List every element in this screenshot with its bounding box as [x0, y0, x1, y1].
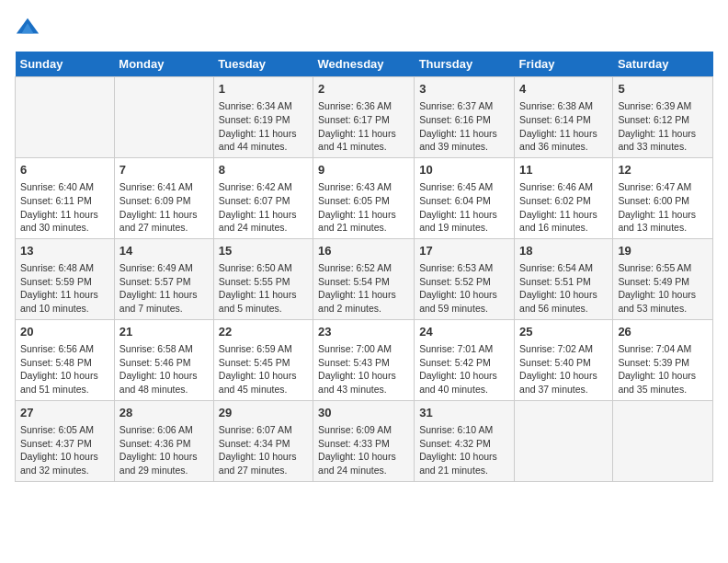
cell-info: Sunrise: 6:52 AM	[318, 261, 409, 275]
cell-info: Daylight: 11 hours and 36 minutes.	[519, 127, 608, 154]
cell-info: Sunrise: 6:47 AM	[618, 180, 708, 194]
cell-info: Sunset: 6:11 PM	[20, 194, 109, 208]
col-header-monday: Monday	[114, 52, 213, 77]
cell-info: Sunset: 5:43 PM	[318, 356, 409, 370]
day-number: 7	[119, 162, 209, 178]
cell-info: Sunrise: 6:49 AM	[119, 261, 209, 275]
cell-info: Sunrise: 6:59 AM	[219, 342, 308, 356]
cell-info: Sunset: 5:45 PM	[219, 356, 308, 370]
cell-info: Sunset: 5:46 PM	[119, 356, 209, 370]
cell-info: Daylight: 10 hours and 53 minutes.	[618, 288, 708, 315]
calendar-cell: 4Sunrise: 6:38 AMSunset: 6:14 PMDaylight…	[515, 77, 613, 158]
calendar-cell: 12Sunrise: 6:47 AMSunset: 6:00 PMDayligh…	[613, 157, 713, 238]
day-number: 19	[618, 243, 708, 259]
cell-info: Sunset: 6:02 PM	[519, 194, 608, 208]
calendar-cell: 3Sunrise: 6:37 AMSunset: 6:16 PMDaylight…	[415, 77, 515, 158]
cell-info: Sunset: 6:07 PM	[219, 194, 308, 208]
calendar-cell: 24Sunrise: 7:01 AMSunset: 5:42 PMDayligh…	[415, 319, 515, 400]
cell-info: Sunset: 5:57 PM	[119, 275, 209, 289]
calendar-table: SundayMondayTuesdayWednesdayThursdayFrid…	[15, 52, 713, 482]
week-row-2: 6Sunrise: 6:40 AMSunset: 6:11 PMDaylight…	[16, 157, 713, 238]
day-number: 8	[219, 162, 308, 178]
calendar-cell: 23Sunrise: 7:00 AMSunset: 5:43 PMDayligh…	[313, 319, 415, 400]
cell-info: Sunset: 4:34 PM	[219, 437, 308, 451]
cell-info: Sunrise: 6:53 AM	[419, 261, 509, 275]
calendar-cell	[613, 400, 713, 481]
cell-info: Sunset: 6:04 PM	[419, 194, 509, 208]
day-number: 3	[419, 81, 509, 98]
calendar-cell: 18Sunrise: 6:54 AMSunset: 5:51 PMDayligh…	[515, 238, 613, 319]
cell-info: Sunrise: 6:54 AM	[519, 261, 608, 275]
week-row-3: 13Sunrise: 6:48 AMSunset: 5:59 PMDayligh…	[16, 238, 713, 319]
header-row: SundayMondayTuesdayWednesdayThursdayFrid…	[16, 52, 713, 77]
cell-info: Sunrise: 6:43 AM	[318, 180, 409, 194]
cell-info: Sunset: 6:19 PM	[219, 113, 308, 127]
cell-info: Sunrise: 6:06 AM	[119, 423, 209, 437]
cell-info: Sunrise: 6:05 AM	[20, 423, 109, 437]
cell-info: Daylight: 10 hours and 29 minutes.	[119, 450, 209, 477]
cell-info: Sunset: 5:40 PM	[519, 356, 608, 370]
cell-info: Daylight: 11 hours and 10 minutes.	[20, 288, 109, 315]
calendar-cell: 15Sunrise: 6:50 AMSunset: 5:55 PMDayligh…	[213, 238, 313, 319]
cell-info: Daylight: 11 hours and 44 minutes.	[219, 127, 308, 154]
cell-info: Sunset: 5:59 PM	[20, 275, 109, 289]
cell-info: Sunrise: 7:02 AM	[519, 342, 608, 356]
cell-info: Daylight: 11 hours and 5 minutes.	[219, 288, 308, 315]
cell-info: Sunset: 5:52 PM	[419, 275, 509, 289]
cell-info: Daylight: 10 hours and 37 minutes.	[519, 369, 608, 396]
cell-info: Sunset: 4:33 PM	[318, 437, 409, 451]
col-header-wednesday: Wednesday	[313, 52, 415, 77]
day-number: 13	[20, 243, 109, 259]
day-number: 6	[20, 162, 109, 178]
day-number: 14	[119, 243, 209, 259]
calendar-cell	[515, 400, 613, 481]
week-row-4: 20Sunrise: 6:56 AMSunset: 5:48 PMDayligh…	[16, 319, 713, 400]
day-number: 26	[618, 324, 708, 340]
cell-info: Daylight: 10 hours and 27 minutes.	[219, 450, 308, 477]
day-number: 25	[519, 324, 608, 340]
calendar-cell: 10Sunrise: 6:45 AMSunset: 6:04 PMDayligh…	[415, 157, 515, 238]
day-number: 1	[219, 81, 308, 98]
cell-info: Sunset: 6:14 PM	[519, 113, 608, 127]
calendar-cell: 25Sunrise: 7:02 AMSunset: 5:40 PMDayligh…	[515, 319, 613, 400]
cell-info: Sunrise: 6:50 AM	[219, 261, 308, 275]
cell-info: Daylight: 11 hours and 24 minutes.	[219, 208, 308, 235]
day-number: 18	[519, 243, 608, 259]
cell-info: Daylight: 11 hours and 39 minutes.	[419, 127, 509, 154]
calendar-cell: 5Sunrise: 6:39 AMSunset: 6:12 PMDaylight…	[613, 77, 713, 158]
day-number: 16	[318, 243, 409, 259]
col-header-friday: Friday	[515, 52, 613, 77]
day-number: 22	[219, 324, 308, 340]
cell-info: Daylight: 10 hours and 51 minutes.	[20, 369, 109, 396]
cell-info: Sunrise: 7:04 AM	[618, 342, 708, 356]
day-number: 17	[419, 243, 509, 259]
cell-info: Daylight: 10 hours and 24 minutes.	[318, 450, 409, 477]
cell-info: Sunset: 5:42 PM	[419, 356, 509, 370]
day-number: 15	[219, 243, 308, 259]
cell-info: Sunset: 6:09 PM	[119, 194, 209, 208]
calendar-cell: 17Sunrise: 6:53 AMSunset: 5:52 PMDayligh…	[415, 238, 515, 319]
calendar-cell: 2Sunrise: 6:36 AMSunset: 6:17 PMDaylight…	[313, 77, 415, 158]
cell-info: Sunrise: 6:41 AM	[119, 180, 209, 194]
cell-info: Sunrise: 6:37 AM	[419, 99, 509, 113]
day-number: 24	[419, 324, 509, 340]
calendar-cell: 9Sunrise: 6:43 AMSunset: 6:05 PMDaylight…	[313, 157, 415, 238]
calendar-cell: 19Sunrise: 6:55 AMSunset: 5:49 PMDayligh…	[613, 238, 713, 319]
day-number: 21	[119, 324, 209, 340]
cell-info: Sunset: 5:51 PM	[519, 275, 608, 289]
cell-info: Sunrise: 6:39 AM	[618, 99, 708, 113]
col-header-thursday: Thursday	[415, 52, 515, 77]
cell-info: Sunset: 6:00 PM	[618, 194, 708, 208]
cell-info: Sunset: 6:12 PM	[618, 113, 708, 127]
cell-info: Daylight: 10 hours and 56 minutes.	[519, 288, 608, 315]
cell-info: Daylight: 10 hours and 35 minutes.	[618, 369, 708, 396]
day-number: 9	[318, 162, 409, 178]
calendar-cell: 26Sunrise: 7:04 AMSunset: 5:39 PMDayligh…	[613, 319, 713, 400]
cell-info: Sunset: 4:36 PM	[119, 437, 209, 451]
calendar-cell: 14Sunrise: 6:49 AMSunset: 5:57 PMDayligh…	[114, 238, 213, 319]
cell-info: Daylight: 11 hours and 41 minutes.	[318, 127, 409, 154]
cell-info: Sunrise: 6:10 AM	[419, 423, 509, 437]
cell-info: Daylight: 11 hours and 27 minutes.	[119, 208, 209, 235]
day-number: 5	[618, 81, 708, 98]
day-number: 28	[119, 405, 209, 421]
